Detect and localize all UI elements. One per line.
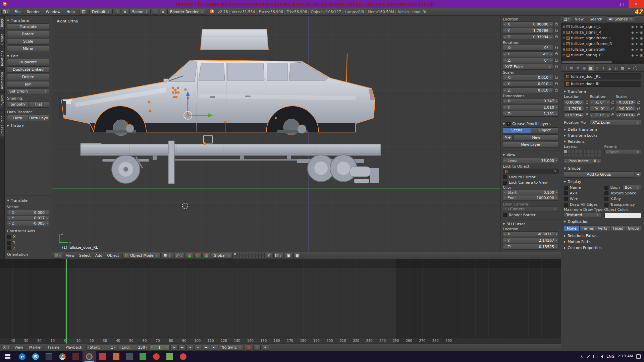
outliner-item[interactable]: ⊕ fullsize_signalframe_L ◉ ➤ ▣ [561,35,644,41]
tab-render-icon[interactable]: ▢ [562,65,568,71]
new-layer-button[interactable]: New Layer [503,142,559,148]
tab-data-icon[interactable]: ▲ [607,65,613,71]
render-icon[interactable]: ▣ [640,31,643,34]
taskbar-app-icon[interactable] [123,351,136,362]
layer-cell[interactable] [237,256,239,258]
checkbox-icon[interactable] [503,181,507,185]
tab-world-icon[interactable]: ● [581,65,587,71]
dimension-field[interactable]: Y:1.010 [503,105,559,110]
roof-box[interactable] [201,29,268,50]
viewport-3d[interactable]: z y Right Ortho (1) fullsize_door_RL [52,16,500,252]
cursor-panel-header[interactable]: ▼3D Cursor [503,221,559,227]
rotation-field[interactable]: X:0° [503,45,553,51]
layer-cell[interactable] [246,256,249,258]
data-transfer-button[interactable]: Data Layo [28,115,50,121]
render-icon[interactable]: ▣ [640,37,643,40]
checkbox-icon[interactable] [564,203,568,207]
manipulator-rotate-button[interactable] [194,253,202,258]
location-field[interactable]: Y:-1.79786 [503,28,553,34]
location-field[interactable]: X:0.00000 [503,21,553,27]
grease-pencil-panel-header[interactable]: ▼✓Grease Pencil Layers [503,121,559,127]
outliner-item[interactable]: ⊕ fullsize_signal_L ◉ ➤ ▣ [561,24,644,29]
scale-field[interactable]: Y:0.010 [503,81,553,87]
add-keyframe-button[interactable]: + [262,345,269,351]
rotation-field[interactable]: Z:0° [503,58,553,63]
opengl-render-anim-button[interactable]: ▣ [293,253,301,258]
taskbar-chrome-icon[interactable] [56,351,69,362]
toolshelf-tab-tools[interactable]: Tools [0,16,4,30]
transform-tool-button[interactable]: Translate [7,23,49,30]
lock-icon[interactable] [554,35,559,40]
layer-cell[interactable] [256,253,259,255]
select-icon[interactable]: ➤ [636,37,638,40]
view-panel-header[interactable]: ▼View [503,152,559,158]
dimension-field[interactable]: X:0.347 [503,98,559,104]
lock-icon[interactable] [584,100,589,105]
bounds-type-dropdown[interactable]: Box⇕ [623,185,641,190]
tab-modifiers-icon[interactable]: + [600,65,606,71]
duplication-option-frames[interactable]: Frames [579,225,595,231]
tray-speaker-icon[interactable] [601,355,603,358]
checkbox-icon[interactable] [7,246,11,250]
select-icon[interactable]: ➤ [636,31,638,34]
layer-cell[interactable] [564,154,567,157]
cursor-location-field[interactable]: Y:-2.14167 [503,238,559,243]
lock-icon[interactable] [554,75,559,80]
duplication-option-faces[interactable]: Faces [610,225,626,231]
object-layers-widget[interactable] [564,150,601,157]
lock-icon[interactable] [636,113,641,118]
lock-icon[interactable] [554,88,559,93]
groups-panel-header[interactable]: ▼Groups [564,165,641,171]
viewport-shading-dropdown[interactable]: ⇕ [162,253,173,258]
expander-icon[interactable]: ⊕ [562,48,565,51]
layer-cell[interactable] [240,256,243,258]
snap-element-dropdown[interactable]: ⇕ [273,253,284,258]
lock-icon[interactable] [584,106,589,111]
taskbar-app-icon[interactable] [109,351,123,362]
timeline-ruler[interactable]: -40-30-20-100102030405060708090100110120… [0,338,561,344]
mode-dropdown[interactable]: Object Mode⇕ [122,253,161,259]
checkbox-icon[interactable] [604,203,608,207]
lock-object-dropdown[interactable]: ✎ [503,169,559,174]
render-engine-dropdown[interactable]: Blender Render⇕ [167,9,206,15]
lock-icon[interactable] [554,28,559,33]
playback-transport-button[interactable]: ◂◂ [178,345,186,351]
collapsed-panel-header[interactable]: ▶Relations Extras [564,233,641,239]
toolshelf-tab-relations[interactable]: Relations [0,48,4,69]
expander-icon[interactable]: ⊕ [562,53,565,57]
object-color-swatch[interactable] [604,213,642,218]
rotation-mode-dropdown[interactable]: XYZ Euler⇕ [590,120,641,125]
menubar-item[interactable]: Render [23,8,43,15]
timeline-menu-item[interactable]: Marker [26,344,45,351]
layer-cell[interactable] [575,150,578,153]
layer-cell[interactable] [591,150,594,153]
gpencil-draw-button[interactable]: ✎+ [503,134,513,141]
eye-icon[interactable]: ◉ [631,42,634,46]
transform-locks-panel-header[interactable]: ▶Transform Locks [564,132,641,138]
constraint-axis-checkbox-row[interactable]: X [7,234,49,240]
cursor-location-field[interactable]: Z:-0.13525 [503,244,559,250]
layer-cell[interactable] [243,253,246,255]
playhead[interactable] [66,259,67,344]
outliner-menu-item[interactable]: View [572,16,587,23]
rotation-field[interactable]: Z: 0° [590,112,610,118]
keying-set-button[interactable]: ⇕ [253,345,261,351]
outliner-item[interactable]: ⊕ fullsize_spring_F ◉ ➤ ▣ [561,52,644,58]
expander-icon[interactable]: ⊕ [562,36,565,40]
scale-field[interactable]: Z:0.010 [503,87,553,93]
location-field[interactable]: -1.7978 [564,106,584,112]
eye-icon[interactable]: ◉ [631,54,634,57]
relations-panel-header[interactable]: ▼Relations [564,138,641,144]
select-icon[interactable]: ➤ [636,42,638,46]
opengl-render-image-button[interactable]: ▣ [285,253,292,258]
dimension-field[interactable]: Z:1.191 [503,111,559,117]
layer-cell[interactable] [253,256,256,258]
scale-field[interactable]: X:0.010 [503,75,553,80]
layer-cell[interactable] [568,154,571,157]
parent-dropdown[interactable]: Object⇕ [604,149,642,155]
layer-cell[interactable] [234,256,236,258]
outliner-editor-type-button[interactable]: ⇕ [562,16,571,22]
taskbar-edge-icon[interactable]: e [15,351,29,362]
render-icon[interactable]: ▣ [640,54,643,57]
taskbar-app-icon[interactable] [42,351,56,362]
